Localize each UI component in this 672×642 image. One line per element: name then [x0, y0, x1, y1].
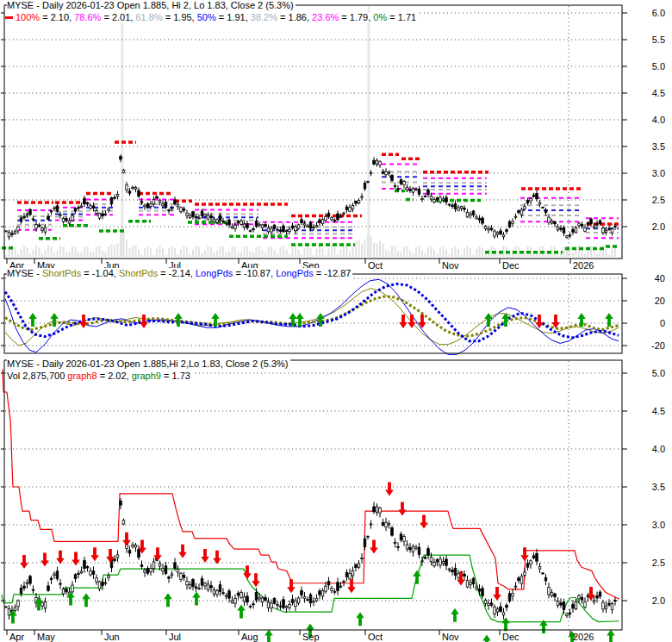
svg-text:Jun: Jun	[104, 632, 120, 642]
legend-segment: 61.8%	[135, 12, 162, 22]
svg-text:-20: -20	[651, 340, 665, 351]
legend-segment: 38.2%	[251, 12, 277, 22]
top-volume-bars	[5, 233, 616, 257]
svg-text:3.5: 3.5	[652, 141, 665, 152]
volume-legend: Vol 2,875,700 graph8 = 2.02, graph9 = 1.…	[7, 371, 192, 382]
legend-segment: 78.6%	[74, 12, 101, 22]
svg-text:5.0: 5.0	[652, 368, 665, 378]
legend-segment: 50%	[197, 12, 216, 22]
legend-segment: graph9	[132, 371, 161, 381]
legend-segment: = 2.10,	[40, 12, 74, 22]
legend-segment: = -2.14,	[158, 268, 196, 278]
svg-text:May: May	[37, 632, 55, 642]
legend-segment: = -10.87,	[233, 268, 276, 278]
oscillator-panel	[5, 275, 621, 354]
legend-segment: = 1.86,	[277, 12, 312, 22]
svg-text:2.5: 2.5	[652, 195, 665, 205]
svg-text:4.0: 4.0	[652, 444, 665, 454]
svg-text:5.5: 5.5	[652, 34, 665, 45]
fibonacci-legend: 100% = 2.10, 78.6% = 2.01, 61.8% = 1.95,…	[5, 12, 418, 23]
top-panel-title: MYSE - Daily 2026-01-23 Open 1.885, Hi 2…	[7, 0, 296, 11]
svg-text:Oct: Oct	[368, 260, 383, 271]
legend-segment: = 2.01,	[101, 12, 135, 22]
svg-text:Oct: Oct	[368, 632, 383, 642]
legend-segment: 23.6%	[312, 12, 339, 22]
svg-text:Jul: Jul	[169, 632, 181, 642]
legend-segment: graph8	[67, 371, 96, 381]
top-levels	[2, 142, 619, 252]
oscillator-panel-title: MYSE - ShortPds = -1.04, ShortPds = -2.1…	[7, 268, 352, 279]
legend-segment: = -1.04,	[81, 268, 119, 278]
svg-text:40: 40	[655, 273, 665, 284]
oscillator-axis: 40200-20	[1, 273, 665, 353]
legend-segment: = 1.91,	[216, 12, 251, 22]
svg-text:6.0: 6.0	[652, 8, 665, 18]
svg-text:4.0: 4.0	[652, 115, 665, 125]
legend-segment: ShortPds	[42, 268, 81, 278]
fibonacci-legend-values: 100% = 2.10, 78.6% = 2.01, 61.8% = 1.95,…	[16, 12, 416, 22]
legend-segment: = 1.71	[387, 12, 416, 22]
svg-text:Nov: Nov	[442, 632, 459, 642]
svg-text:20: 20	[655, 296, 665, 306]
bottom-panel-title: MYSE - Daily 2026-01-23 Open 1.885,Hi 2,…	[7, 358, 290, 370]
svg-text:3.0: 3.0	[652, 520, 665, 530]
legend-segment: = 2.02,	[97, 371, 132, 381]
svg-text:3.0: 3.0	[652, 168, 665, 178]
legend-segment: = 1.79,	[339, 12, 373, 22]
svg-text:2.5: 2.5	[652, 558, 665, 568]
chart-workspace: 2.02.53.03.54.04.55.05.56.0AprMayJunJulA…	[0, 0, 672, 642]
svg-text:5.0: 5.0	[652, 61, 665, 72]
svg-text:4.5: 4.5	[652, 406, 665, 416]
bottom-axis: 2.02.53.03.54.04.55.0AprMayJunJulAugSepO…	[1, 360, 665, 642]
legend-segment: Vol 2,875,700	[7, 371, 67, 381]
svg-text:2026: 2026	[573, 632, 594, 642]
legend-segment: LongPds	[196, 268, 233, 278]
svg-text:0: 0	[660, 318, 665, 328]
legend-segment: MYSE -	[7, 268, 42, 278]
oscillator-legend-values: MYSE - ShortPds = -1.04, ShortPds = -2.1…	[7, 268, 351, 278]
legend-segment: 0%	[373, 12, 387, 22]
legend-segment: 100%	[16, 12, 40, 22]
fib-100-marker-icon	[5, 16, 13, 19]
legend-segment: = -12.87	[314, 268, 352, 278]
bottom-signal-arrows	[9, 483, 615, 642]
svg-text:2026: 2026	[573, 260, 594, 271]
svg-text:2.0: 2.0	[652, 595, 665, 606]
volume-legend-values: Vol 2,875,700 graph8 = 2.02, graph9 = 1.…	[7, 371, 190, 381]
legend-segment: = 1.95,	[163, 12, 197, 22]
legend-segment: ShortPds	[119, 268, 158, 278]
bottom-price-panel	[2, 361, 621, 629]
top-price-panel	[5, 6, 621, 258]
svg-text:Dec: Dec	[502, 632, 520, 642]
legend-segment: LongPds	[276, 268, 313, 278]
svg-text:Nov: Nov	[442, 260, 459, 271]
chart-canvas: 2.02.53.03.54.04.55.05.56.0AprMayJunJulA…	[0, 0, 672, 642]
svg-text:2.0: 2.0	[652, 221, 665, 232]
svg-text:Sep: Sep	[302, 632, 320, 642]
svg-text:4.5: 4.5	[652, 88, 665, 98]
legend-segment: = 1.73	[161, 371, 190, 381]
svg-text:Aug: Aug	[241, 632, 258, 642]
svg-text:Apr: Apr	[9, 632, 24, 642]
svg-text:3.5: 3.5	[652, 482, 665, 492]
svg-text:Dec: Dec	[502, 260, 520, 271]
